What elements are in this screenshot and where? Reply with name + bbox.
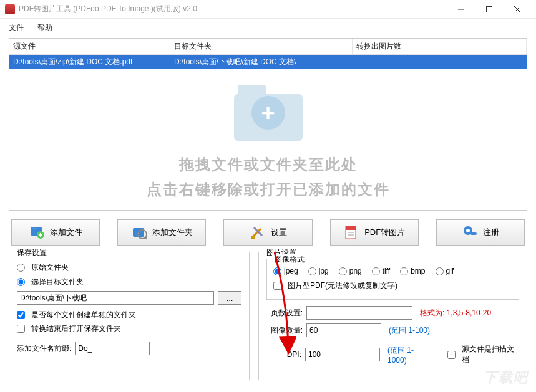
folder-plus-icon: +: [234, 85, 303, 141]
add-file-icon: [29, 224, 45, 241]
fmt-png[interactable]: png: [339, 267, 362, 275]
target-path-input[interactable]: [17, 291, 214, 305]
fmt-jpeg[interactable]: jpeg: [273, 267, 298, 275]
fmt-tiff[interactable]: tiff: [372, 267, 390, 275]
menu-help[interactable]: 帮助: [35, 21, 55, 32]
convert-button[interactable]: PDF转图片: [330, 219, 419, 246]
cell-target: D:\tools\桌面\下载吧\新建 DOC 文档\: [170, 55, 353, 69]
add-folder-button[interactable]: 添加文件夹: [117, 219, 206, 246]
dpi-label: DPI:: [266, 350, 301, 359]
settings-button[interactable]: 设置: [223, 219, 312, 246]
check-open-after-input[interactable]: [17, 325, 25, 333]
menu-file[interactable]: 文件: [6, 21, 26, 32]
radio-choose-target[interactable]: 选择目标文件夹: [17, 277, 241, 287]
register-icon: [462, 224, 478, 241]
page-hint: 格式为: 1,3,5-8,10-20: [420, 308, 491, 318]
window-title: PDF转图片工具 (PDFdo PDF To Image )(试用版) v2.0: [19, 4, 447, 14]
col-source[interactable]: 源文件: [9, 39, 170, 54]
convert-label: PDF转图片: [364, 227, 405, 238]
quality-hint: (范围 1-100): [389, 325, 430, 336]
prefix-input[interactable]: [75, 342, 150, 355]
close-button[interactable]: [503, 1, 531, 18]
add-folder-label: 添加文件夹: [152, 227, 193, 238]
radio-choose-target-input[interactable]: [17, 278, 25, 286]
svg-rect-11: [346, 226, 356, 230]
browse-button[interactable]: ...: [218, 291, 241, 305]
minimize-button[interactable]: [447, 1, 475, 18]
quality-input[interactable]: [306, 323, 381, 337]
radio-orig-folder-input[interactable]: [17, 264, 25, 272]
format-group: 图像格式 jpeg jpg png tiff bmp gif 图片型PDF(无法…: [266, 259, 519, 300]
check-open-after[interactable]: 转换结束后打开保存文件夹: [17, 323, 241, 334]
col-count[interactable]: 转换出图片数: [353, 39, 527, 54]
app-icon: [5, 4, 15, 14]
settings-icon: [250, 224, 266, 241]
settings-label: 设置: [271, 227, 287, 238]
svg-rect-1: [486, 6, 492, 12]
check-scan-pdf[interactable]: 源文件是扫描文档: [447, 344, 519, 365]
prefix-label: 添加文件名前缀:: [17, 343, 71, 354]
dropzone-text-2: 点击右键移除或打开已添加的文件: [147, 179, 390, 199]
add-file-label: 添加文件: [50, 227, 82, 238]
svg-rect-12: [348, 232, 354, 233]
cell-count: [353, 55, 527, 69]
check-image-pdf[interactable]: 图片型PDF(无法修改或复制文字): [273, 280, 512, 291]
check-per-file-input[interactable]: [17, 311, 25, 319]
svg-point-15: [466, 229, 470, 232]
save-settings-group: 保存设置 原始文件夹 选择目标文件夹 ... 是否每个文件创建单独的文件夹 转换…: [9, 252, 250, 380]
dpi-input[interactable]: [305, 348, 380, 361]
page-input[interactable]: [306, 306, 412, 320]
add-file-button[interactable]: 添加文件: [11, 219, 100, 246]
fmt-jpg[interactable]: jpg: [308, 267, 329, 275]
page-label: 页数设置:: [266, 308, 303, 318]
cell-source: D:\tools\桌面\zip\新建 DOC 文档.pdf: [9, 55, 170, 69]
maximize-button[interactable]: [475, 1, 503, 18]
register-button[interactable]: 注册: [436, 219, 525, 246]
fmt-gif[interactable]: gif: [436, 267, 454, 275]
dropzone-text-1: 拖拽文件或文件夹至此处: [179, 155, 358, 174]
svg-rect-16: [470, 232, 477, 235]
radio-orig-folder[interactable]: 原始文件夹: [17, 262, 241, 273]
add-folder-icon: [131, 224, 147, 241]
dropzone: + 拖拽文件或文件夹至此处 点击右键移除或打开已添加的文件: [9, 76, 527, 210]
check-scan-pdf-input[interactable]: [447, 351, 456, 359]
table-row[interactable]: D:\tools\桌面\zip\新建 DOC 文档.pdf D:\tools\桌…: [9, 55, 527, 69]
format-legend: 图像格式: [272, 254, 307, 265]
file-table[interactable]: 源文件 目标文件夹 转换出图片数 D:\tools\桌面\zip\新建 DOC …: [9, 38, 527, 211]
save-legend: 保存设置: [14, 247, 49, 258]
dpi-hint: (范围 1-1000): [387, 345, 431, 365]
register-label: 注册: [483, 227, 499, 238]
check-per-file[interactable]: 是否每个文件创建单独的文件夹: [17, 310, 241, 320]
col-target[interactable]: 目标文件夹: [170, 39, 353, 54]
svg-rect-9: [251, 236, 255, 239]
fmt-bmp[interactable]: bmp: [400, 267, 425, 275]
convert-icon: [343, 224, 359, 241]
check-image-pdf-input[interactable]: [273, 282, 281, 290]
image-settings-group: 图片设置 图像格式 jpeg jpg png tiff bmp gif 图片型P…: [258, 252, 527, 380]
quality-label: 图像质量:: [266, 325, 303, 336]
svg-rect-13: [348, 234, 354, 236]
